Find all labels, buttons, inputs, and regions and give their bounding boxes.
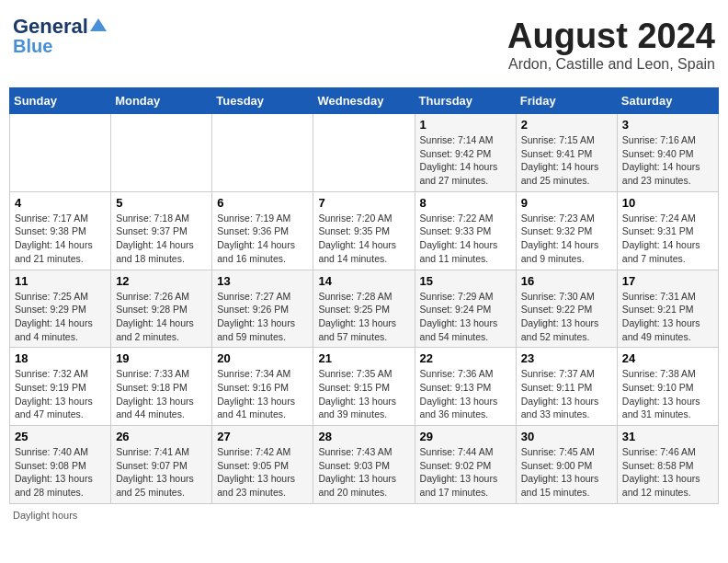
day-cell: 13Sunrise: 7:27 AM Sunset: 9:26 PM Dayli… [212,270,313,348]
footer-note: Daylight hours [9,510,719,521]
day-info: Sunrise: 7:28 AM Sunset: 9:25 PM Dayligh… [318,290,409,344]
day-info: Sunrise: 7:14 AM Sunset: 9:42 PM Dayligh… [420,133,511,188]
day-cell: 3Sunrise: 7:16 AM Sunset: 9:40 PM Daylig… [617,114,718,192]
day-number: 7 [318,196,409,210]
day-info: Sunrise: 7:46 AM Sunset: 8:58 PM Dayligh… [622,445,713,500]
day-number: 29 [420,430,511,443]
day-cell: 20Sunrise: 7:34 AM Sunset: 9:16 PM Dayli… [212,348,313,426]
day-number: 24 [622,351,713,365]
day-info: Sunrise: 7:42 AM Sunset: 9:05 PM Dayligh… [217,445,308,500]
logo-text-blue: Blue [13,37,52,55]
day-number: 28 [318,430,409,443]
header-day-thursday: Thursday [415,88,516,114]
svg-marker-0 [90,18,107,31]
day-number: 19 [116,351,207,365]
day-cell: 14Sunrise: 7:28 AM Sunset: 9:25 PM Dayli… [313,270,415,348]
day-number: 13 [217,274,308,288]
day-number: 1 [420,118,511,132]
day-number: 26 [116,430,207,443]
day-number: 22 [420,351,511,365]
week-row-4: 25Sunrise: 7:40 AM Sunset: 9:08 PM Dayli… [10,426,719,504]
day-number: 6 [217,196,308,210]
day-info: Sunrise: 7:40 AM Sunset: 9:08 PM Dayligh… [15,445,106,500]
day-number: 30 [521,430,612,443]
day-cell: 2Sunrise: 7:15 AM Sunset: 9:41 PM Daylig… [516,114,617,192]
day-info: Sunrise: 7:23 AM Sunset: 9:32 PM Dayligh… [521,212,612,266]
day-info: Sunrise: 7:35 AM Sunset: 9:15 PM Dayligh… [318,367,409,421]
title-area: August 2024 Ardon, Castille and Leon, Sp… [507,17,715,73]
header-day-monday: Monday [111,88,212,114]
day-number: 3 [622,118,713,132]
day-info: Sunrise: 7:26 AM Sunset: 9:28 PM Dayligh… [116,290,207,344]
day-number: 11 [15,274,106,288]
day-number: 2 [521,118,612,132]
day-info: Sunrise: 7:16 AM Sunset: 9:40 PM Dayligh… [622,133,713,188]
week-row-3: 18Sunrise: 7:32 AM Sunset: 9:19 PM Dayli… [10,348,719,426]
day-number: 21 [318,351,409,365]
day-info: Sunrise: 7:44 AM Sunset: 9:02 PM Dayligh… [420,445,511,500]
day-number: 27 [217,430,308,443]
day-number: 9 [521,196,612,210]
day-cell: 28Sunrise: 7:43 AM Sunset: 9:03 PM Dayli… [313,426,415,504]
header-row: SundayMondayTuesdayWednesdayThursdayFrid… [10,88,719,114]
day-info: Sunrise: 7:43 AM Sunset: 9:03 PM Dayligh… [318,445,409,500]
day-cell: 29Sunrise: 7:44 AM Sunset: 9:02 PM Dayli… [415,426,516,504]
day-cell: 24Sunrise: 7:38 AM Sunset: 9:10 PM Dayli… [617,348,718,426]
day-info: Sunrise: 7:41 AM Sunset: 9:07 PM Dayligh… [116,445,207,500]
day-info: Sunrise: 7:15 AM Sunset: 9:41 PM Dayligh… [521,133,612,188]
day-cell: 18Sunrise: 7:32 AM Sunset: 9:19 PM Dayli… [10,348,111,426]
day-info: Sunrise: 7:31 AM Sunset: 9:21 PM Dayligh… [622,290,713,344]
day-info: Sunrise: 7:34 AM Sunset: 9:16 PM Dayligh… [217,367,308,421]
day-number: 15 [420,274,511,288]
day-info: Sunrise: 7:20 AM Sunset: 9:35 PM Dayligh… [318,212,409,266]
day-cell: 27Sunrise: 7:42 AM Sunset: 9:05 PM Dayli… [212,426,313,504]
day-info: Sunrise: 7:22 AM Sunset: 9:33 PM Dayligh… [420,212,511,266]
day-number: 20 [217,351,308,365]
header-day-saturday: Saturday [617,88,718,114]
day-cell [313,114,415,192]
day-cell: 16Sunrise: 7:30 AM Sunset: 9:22 PM Dayli… [516,270,617,348]
day-cell: 11Sunrise: 7:25 AM Sunset: 9:29 PM Dayli… [10,270,111,348]
day-number: 16 [521,274,612,288]
day-number: 5 [116,196,207,210]
day-cell [212,114,313,192]
day-number: 23 [521,351,612,365]
day-cell: 31Sunrise: 7:46 AM Sunset: 8:58 PM Dayli… [617,426,718,504]
calendar-title: August 2024 [507,17,715,56]
header-day-friday: Friday [516,88,617,114]
day-info: Sunrise: 7:38 AM Sunset: 9:10 PM Dayligh… [622,367,713,421]
day-cell: 17Sunrise: 7:31 AM Sunset: 9:21 PM Dayli… [617,270,718,348]
day-cell [111,114,212,192]
day-cell: 23Sunrise: 7:37 AM Sunset: 9:11 PM Dayli… [516,348,617,426]
day-cell: 21Sunrise: 7:35 AM Sunset: 9:15 PM Dayli… [313,348,415,426]
day-cell: 8Sunrise: 7:22 AM Sunset: 9:33 PM Daylig… [415,191,516,270]
day-cell: 22Sunrise: 7:36 AM Sunset: 9:13 PM Dayli… [415,348,516,426]
week-row-1: 4Sunrise: 7:17 AM Sunset: 9:38 PM Daylig… [10,191,719,270]
day-cell: 5Sunrise: 7:18 AM Sunset: 9:37 PM Daylig… [111,191,212,270]
day-info: Sunrise: 7:30 AM Sunset: 9:22 PM Dayligh… [521,290,612,344]
day-number: 8 [420,196,511,210]
calendar-subtitle: Ardon, Castille and Leon, Spain [507,56,715,73]
logo: General Blue [13,17,107,55]
day-cell: 7Sunrise: 7:20 AM Sunset: 9:35 PM Daylig… [313,191,415,270]
day-info: Sunrise: 7:29 AM Sunset: 9:24 PM Dayligh… [420,290,511,344]
day-number: 4 [15,196,106,210]
day-cell: 26Sunrise: 7:41 AM Sunset: 9:07 PM Dayli… [111,426,212,504]
day-info: Sunrise: 7:37 AM Sunset: 9:11 PM Dayligh… [521,367,612,421]
day-info: Sunrise: 7:36 AM Sunset: 9:13 PM Dayligh… [420,367,511,421]
week-row-2: 11Sunrise: 7:25 AM Sunset: 9:29 PM Dayli… [10,270,719,348]
day-cell: 1Sunrise: 7:14 AM Sunset: 9:42 PM Daylig… [415,114,516,192]
day-cell [10,114,111,192]
day-cell: 10Sunrise: 7:24 AM Sunset: 9:31 PM Dayli… [617,191,718,270]
day-number: 12 [116,274,207,288]
logo-icon [90,17,107,33]
calendar-table: SundayMondayTuesdayWednesdayThursdayFrid… [9,87,719,504]
day-cell: 4Sunrise: 7:17 AM Sunset: 9:38 PM Daylig… [10,191,111,270]
day-cell: 15Sunrise: 7:29 AM Sunset: 9:24 PM Dayli… [415,270,516,348]
day-number: 25 [15,430,106,443]
header: General Blue August 2024 Ardon, Castille… [9,9,719,80]
header-day-wednesday: Wednesday [313,88,415,114]
day-number: 14 [318,274,409,288]
day-info: Sunrise: 7:25 AM Sunset: 9:29 PM Dayligh… [15,290,106,344]
day-info: Sunrise: 7:24 AM Sunset: 9:31 PM Dayligh… [622,212,713,266]
